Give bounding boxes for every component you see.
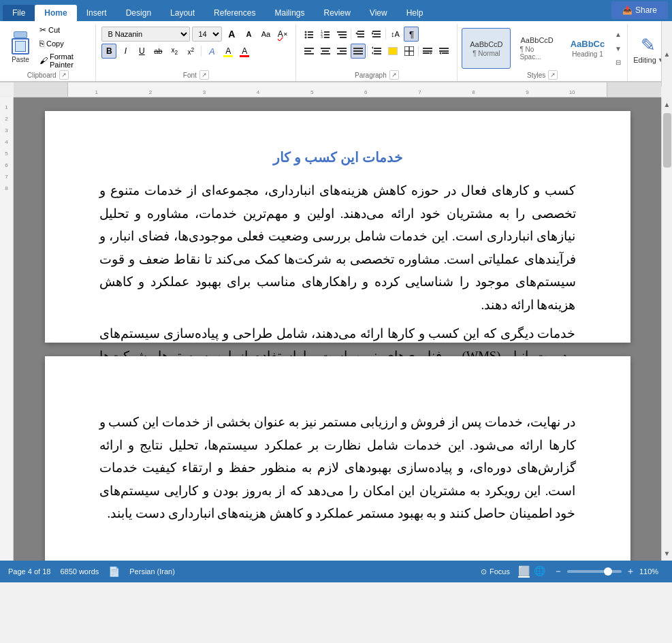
- strikethrough-button[interactable]: ab: [150, 44, 165, 59]
- print-layout-icon[interactable]: ⬜: [518, 565, 530, 578]
- italic-button[interactable]: I: [118, 44, 133, 59]
- tab-mailings[interactable]: Mailings: [265, 5, 314, 21]
- focus-button[interactable]: ⊙ Focus: [481, 567, 510, 576]
- tab-file[interactable]: File: [3, 5, 35, 21]
- svg-rect-26: [321, 48, 330, 49]
- font-launcher-icon[interactable]: ↗: [199, 70, 209, 80]
- style-normal[interactable]: AaBbCcD ¶ Normal: [462, 28, 511, 69]
- sort-button[interactable]: ↕A: [387, 27, 402, 42]
- align-left-button[interactable]: [302, 44, 317, 59]
- justify-button[interactable]: [351, 44, 366, 59]
- web-layout-icon[interactable]: 🌐: [534, 565, 545, 578]
- scroll-down-arrow[interactable]: ▼: [662, 548, 672, 559]
- copy-button[interactable]: ⎘ Copy: [37, 37, 90, 50]
- scroll-thumb[interactable]: [663, 113, 671, 168]
- style-no-spacing[interactable]: AaBbCcD ¶ No Spac...: [512, 28, 562, 69]
- cut-label: Cut: [48, 26, 60, 34]
- styles-more[interactable]: ⊟: [613, 57, 623, 67]
- page-2-para-1: در نهایت، خدمات پس از فروش و ارزیابی مست…: [99, 411, 576, 525]
- shading-button[interactable]: [385, 44, 400, 59]
- svg-rect-21: [372, 36, 381, 37]
- font-name-select[interactable]: B Nazanin: [101, 27, 190, 42]
- tab-view[interactable]: View: [360, 5, 397, 21]
- align-center-button[interactable]: [318, 44, 333, 59]
- font-color-button[interactable]: A: [237, 44, 252, 59]
- svg-rect-33: [353, 50, 363, 52]
- scroll-up-arrow[interactable]: ▲: [662, 99, 672, 110]
- styles-scroll-up[interactable]: ▲: [613, 29, 623, 40]
- underline-button[interactable]: U: [134, 44, 149, 59]
- page-info[interactable]: Page 4 of 18: [8, 567, 50, 576]
- svg-rect-28: [321, 53, 330, 54]
- svg-rect-50: [442, 52, 449, 54]
- svg-rect-24: [304, 50, 311, 52]
- svg-marker-49: [439, 52, 441, 54]
- font-clear-button[interactable]: A✕: [275, 27, 290, 42]
- superscript-button[interactable]: x2: [183, 44, 198, 59]
- ltr-button[interactable]: [436, 44, 451, 59]
- style-heading1-label: Heading 1: [572, 50, 603, 58]
- text-effects-button[interactable]: A: [204, 44, 219, 59]
- vertical-scrollbar[interactable]: ▲ ▼: [661, 97, 672, 561]
- svg-text:3.: 3.: [321, 35, 323, 39]
- paste-button[interactable]: Paste: [5, 24, 35, 70]
- font-grow-button[interactable]: A: [224, 27, 239, 42]
- font-size-select[interactable]: 14: [192, 27, 222, 42]
- increase-indent-button[interactable]: [369, 27, 384, 42]
- svg-rect-3: [308, 34, 313, 35]
- text-highlight-button[interactable]: A: [221, 44, 236, 59]
- cut-button[interactable]: ✂ Cut: [37, 24, 90, 36]
- copy-icon: ⎘: [39, 39, 44, 48]
- word-count[interactable]: 6850 words: [60, 567, 99, 576]
- zoom-out-button[interactable]: －: [554, 565, 563, 578]
- tab-review[interactable]: Review: [314, 5, 359, 21]
- border-button[interactable]: [402, 44, 417, 59]
- page-2[interactable]: در نهایت، خدمات پس از فروش و ارزیابی مست…: [45, 356, 630, 561]
- paragraph-launcher-icon[interactable]: ↗: [389, 70, 399, 80]
- bullet-list-button[interactable]: [302, 27, 317, 42]
- font-row-1: B Nazanin 14 A A Aa A✕: [101, 27, 290, 42]
- bold-button[interactable]: B: [101, 44, 116, 59]
- proofing-icon[interactable]: 📄: [108, 566, 120, 577]
- tab-help[interactable]: Help: [397, 5, 433, 21]
- svg-point-4: [305, 37, 307, 39]
- numbered-list-button[interactable]: 1.2.3.: [318, 27, 333, 42]
- font-shrink-button[interactable]: A: [241, 27, 256, 42]
- clipboard-launcher-icon[interactable]: ↗: [59, 70, 69, 80]
- zoom-level[interactable]: 110%: [639, 567, 664, 576]
- line-spacing-button[interactable]: [369, 44, 384, 59]
- share-button[interactable]: 📤 Share: [611, 1, 668, 19]
- rtl-button[interactable]: [420, 44, 435, 59]
- zoom-slider[interactable]: [567, 570, 622, 573]
- language[interactable]: Persian (Iran): [129, 567, 175, 576]
- style-heading1[interactable]: AaBbCc Heading 1: [563, 28, 612, 69]
- tab-insert[interactable]: Insert: [77, 5, 116, 21]
- tab-home[interactable]: Home: [35, 5, 76, 21]
- pages-container: خدمات این کسب و کار کسب و کارهای فعال در…: [14, 97, 661, 561]
- svg-point-0: [305, 31, 307, 33]
- svg-rect-19: [372, 31, 381, 32]
- editing-icon: ✎: [641, 35, 656, 56]
- format-painter-button[interactable]: 🖌 Format Painter: [37, 51, 90, 70]
- cut-icon: ✂: [39, 25, 46, 35]
- tab-design[interactable]: Design: [116, 5, 161, 21]
- subscript-button[interactable]: x2: [167, 44, 182, 59]
- page-1[interactable]: خدمات این کسب و کار کسب و کارهای فعال در…: [45, 111, 630, 343]
- styles-group-label: Styles ↗: [462, 70, 622, 81]
- copy-label: Copy: [46, 40, 64, 48]
- styles-scroll-down[interactable]: ▼: [613, 44, 623, 54]
- svg-rect-43: [423, 48, 432, 49]
- zoom-in-button[interactable]: ＋: [626, 565, 635, 578]
- font-case-button[interactable]: Aa: [258, 27, 273, 42]
- ribbon-collapse-button[interactable]: ▲: [661, 21, 672, 87]
- align-right-button[interactable]: [334, 44, 349, 59]
- decrease-indent-button[interactable]: [353, 27, 368, 42]
- styles-launcher-icon[interactable]: ↗: [548, 70, 558, 80]
- tab-references[interactable]: References: [204, 5, 265, 21]
- multilevel-list-button[interactable]: [334, 27, 349, 42]
- show-formatting-button[interactable]: ¶: [404, 27, 419, 42]
- status-bar: Page 4 of 18 6850 words 📄 Persian (Iran)…: [0, 561, 672, 582]
- svg-rect-29: [337, 48, 347, 49]
- style-no-spacing-preview: AaBbCcD: [521, 36, 554, 44]
- tab-layout[interactable]: Layout: [161, 5, 204, 21]
